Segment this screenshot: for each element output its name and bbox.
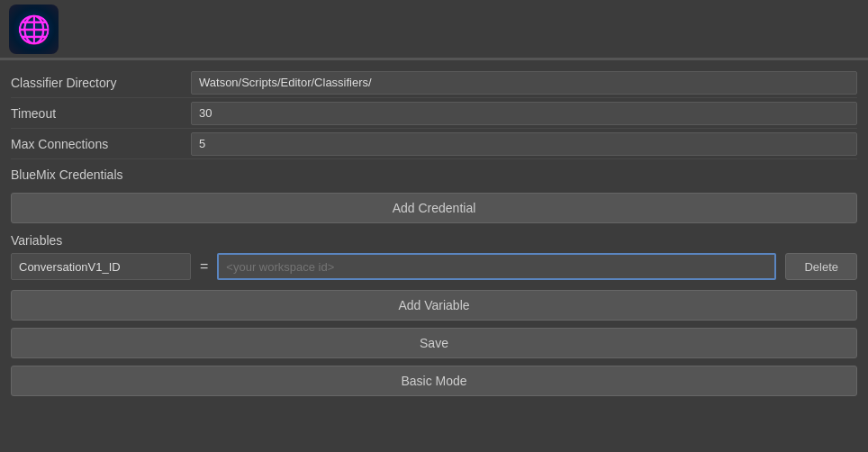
basic-mode-button[interactable]: Basic Mode	[11, 366, 857, 396]
watson-logo	[9, 5, 59, 54]
variables-section-label: Variables	[11, 226, 857, 253]
variables-row: = Delete	[11, 253, 857, 280]
classifier-directory-input[interactable]	[191, 71, 857, 95]
max-connections-label: Max Connections	[11, 131, 191, 157]
max-connections-input[interactable]	[191, 132, 857, 156]
main-content: Classifier Directory Timeout Max Connect…	[0, 60, 868, 452]
logo-container	[9, 5, 59, 54]
save-button[interactable]: Save	[11, 328, 857, 358]
timeout-input[interactable]	[191, 102, 857, 125]
max-connections-row: Max Connections	[11, 129, 857, 159]
variable-value-input[interactable]	[217, 253, 776, 280]
classifier-directory-label: Classifier Directory	[11, 70, 191, 95]
add-variable-button[interactable]: Add Variable	[11, 290, 857, 321]
timeout-label: Timeout	[11, 101, 191, 126]
add-credential-button[interactable]: Add Credential	[11, 193, 857, 223]
classifier-directory-row: Classifier Directory	[11, 68, 857, 98]
bluemix-credentials-label: BlueMix Credentials	[11, 162, 191, 187]
bluemix-credentials-row: BlueMix Credentials	[11, 159, 857, 190]
equals-sign: =	[200, 258, 208, 275]
timeout-row: Timeout	[11, 98, 857, 129]
delete-variable-button[interactable]: Delete	[785, 253, 857, 280]
buttons-section: Add Variable Save Basic Mode	[11, 287, 857, 399]
app-container: Classifier Directory Timeout Max Connect…	[0, 0, 868, 452]
variable-name-input[interactable]	[11, 253, 191, 280]
header	[0, 0, 868, 59]
